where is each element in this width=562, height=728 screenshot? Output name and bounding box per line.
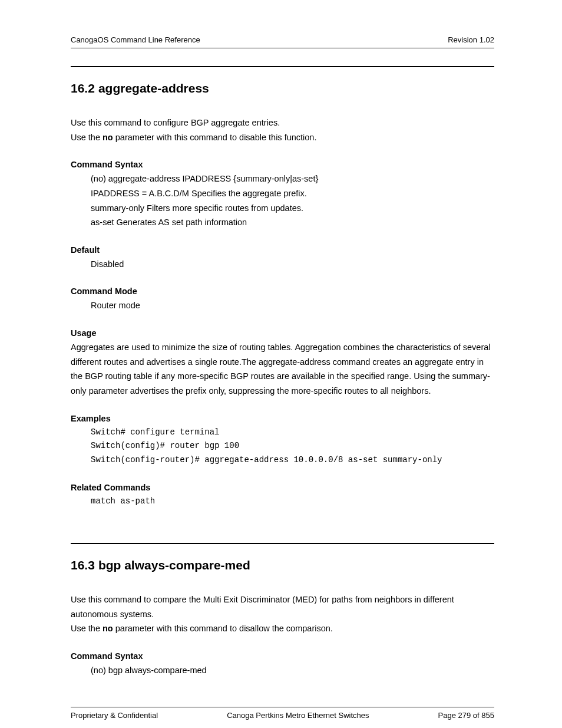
- bold-no: no: [103, 624, 113, 633]
- syntax-line: summary-only Filters more specific route…: [91, 201, 494, 216]
- command-syntax-head: Command Syntax: [71, 651, 494, 661]
- text: Use the: [71, 624, 103, 633]
- footer-center: Canoga Pertkins Metro Ethernet Switches: [227, 711, 369, 720]
- syntax-line: (no) aggregate-address IPADDRESS {summar…: [91, 172, 494, 186]
- command-syntax-body: (no) bgp always-compare-med: [71, 663, 494, 678]
- bold-no: no: [103, 133, 113, 142]
- intro-paragraph: Use this command to compare the Multi Ex…: [71, 592, 494, 636]
- related-commands-head: Related Commands: [71, 483, 494, 492]
- section-rule: [71, 543, 494, 544]
- default-head: Default: [71, 245, 494, 255]
- usage-head: Usage: [71, 328, 494, 338]
- intro-line: Use the no parameter with this command t…: [71, 130, 494, 145]
- section-name: aggregate-address: [98, 81, 209, 95]
- page: CanogaOS Command Line Reference Revision…: [0, 0, 562, 728]
- command-mode-body: Router mode: [71, 298, 494, 313]
- section-number: 16.2: [71, 81, 95, 95]
- example-line: Switch# configure terminal: [91, 426, 494, 440]
- command-syntax-body: (no) aggregate-address IPADDRESS {summar…: [71, 172, 494, 230]
- page-header: CanogaOS Command Line Reference Revision…: [71, 35, 494, 48]
- intro-paragraph: Use this command to configure BGP aggreg…: [71, 116, 494, 144]
- section-heading-16-3: 16.3bgp always-compare-med: [71, 558, 494, 572]
- section-rule: [71, 66, 494, 67]
- section-name: bgp always-compare-med: [98, 558, 250, 572]
- examples-body: Switch# configure terminal Switch(config…: [71, 426, 494, 467]
- intro-line: Use the no parameter with this command t…: [71, 621, 494, 636]
- example-line: Switch(config)# router bgp 100: [91, 439, 494, 453]
- syntax-line: IPADDRESS = A.B.C.D/M Specifies the aggr…: [91, 186, 494, 201]
- footer-right: Page 279 of 855: [438, 711, 494, 720]
- section-heading-16-2: 16.2aggregate-address: [71, 81, 494, 95]
- header-right: Revision 1.02: [448, 35, 494, 44]
- section-number: 16.3: [71, 558, 95, 572]
- text: parameter with this command to disallow …: [113, 624, 333, 633]
- examples-head: Examples: [71, 414, 494, 423]
- page-footer: Proprietary & Confidential Canoga Pertki…: [71, 707, 494, 720]
- header-left: CanogaOS Command Line Reference: [71, 35, 200, 44]
- example-line: Switch(config-router)# aggregate-address…: [91, 453, 494, 467]
- text: Use the: [71, 133, 103, 142]
- command-mode-head: Command Mode: [71, 286, 494, 296]
- default-body: Disabled: [71, 257, 494, 272]
- syntax-line: (no) bgp always-compare-med: [91, 663, 494, 678]
- text: parameter with this command to disable t…: [113, 133, 317, 142]
- related-commands-body: match as-path: [71, 495, 494, 509]
- intro-line: Use this command to configure BGP aggreg…: [71, 116, 494, 130]
- footer-left: Proprietary & Confidential: [71, 711, 158, 720]
- command-syntax-head: Command Syntax: [71, 160, 494, 169]
- intro-line: Use this command to compare the Multi Ex…: [71, 592, 494, 621]
- syntax-line: as-set Generates AS set path information: [91, 215, 494, 230]
- usage-body: Aggregates are used to minimize the size…: [71, 340, 494, 398]
